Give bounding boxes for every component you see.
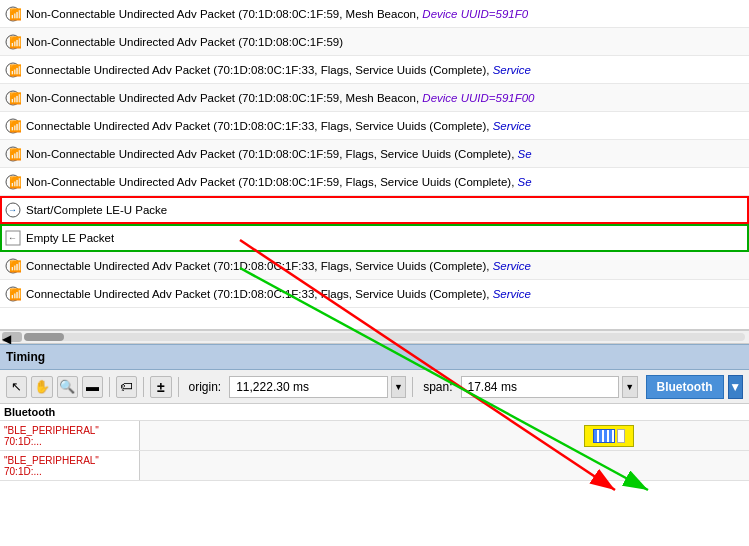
scroll-left-btn[interactable]: ◀ — [2, 332, 22, 342]
scrollbar-track[interactable] — [24, 333, 745, 341]
separator4 — [412, 377, 413, 397]
table-row[interactable]: 📶 Non-Connectable Undirected Adv Packet … — [0, 168, 749, 196]
packet-text: Non-Connectable Undirected Adv Packet (7… — [26, 36, 343, 48]
origin-input[interactable] — [229, 376, 388, 398]
separator3 — [178, 377, 179, 397]
packet-text: Non-Connectable Undirected Adv Packet (7… — [26, 148, 532, 160]
table-row[interactable]: 📶 Non-Connectable Undirected Adv Packet … — [0, 0, 749, 28]
span-dropdown[interactable]: ▼ — [622, 376, 637, 398]
svg-text:📶: 📶 — [9, 147, 21, 161]
packet-text: Non-Connectable Undirected Adv Packet (7… — [26, 92, 535, 104]
separator2 — [143, 377, 144, 397]
svg-text:←: ← — [8, 233, 17, 243]
svg-text:📶: 📶 — [9, 35, 21, 49]
tag-tool-button[interactable]: 🏷 — [116, 376, 137, 398]
bluetooth-icon: 📶 — [4, 61, 22, 79]
bluetooth-icon: 📶 — [4, 89, 22, 107]
table-row[interactable]: 📶 Connectable Undirected Adv Packet (70:… — [0, 252, 749, 280]
hand-tool-button[interactable]: ✋ — [31, 376, 52, 398]
packet-text: Connectable Undirected Adv Packet (70:1D… — [26, 260, 531, 272]
bluetooth-icon: 📶 — [4, 285, 22, 303]
svg-text:📶: 📶 — [9, 119, 21, 133]
packet-text: Connectable Undirected Adv Packet (70:1D… — [26, 64, 531, 76]
packet-text: Non-Connectable Undirected Adv Packet (7… — [26, 176, 532, 188]
device-label-text-1: "BLE_PERIPHERAL" 70:1D:... — [4, 425, 135, 447]
table-row[interactable]: 📶 Connectable Undirected Adv Packet (70:… — [0, 112, 749, 140]
span-label: span: — [423, 380, 452, 394]
table-row[interactable]: 📶 Connectable Undirected Adv Packet (70:… — [0, 56, 749, 84]
bluetooth-timeline-label: Bluetooth — [0, 404, 749, 421]
rect-tool-button[interactable]: ▬ — [82, 376, 103, 398]
bluetooth-icon: 📶 — [4, 257, 22, 275]
timeline-block-yellow — [584, 425, 634, 447]
origin-dropdown[interactable]: ▼ — [391, 376, 406, 398]
timeline-packet-1 — [593, 429, 615, 443]
bluetooth-left-arrow-icon: ← — [4, 229, 22, 247]
bluetooth-button[interactable]: Bluetooth — [646, 375, 724, 399]
timeline-area: Bluetooth "BLE_PERIPHERAL" 70:1D:... — [0, 404, 749, 546]
table-row[interactable]: 📶 Non-Connectable Undirected Adv Packet … — [0, 140, 749, 168]
svg-text:📶: 📶 — [9, 175, 21, 189]
timeline-packet-2 — [617, 429, 625, 443]
horizontal-scrollbar[interactable]: ◀ — [0, 330, 749, 344]
svg-text:📶: 📶 — [9, 259, 21, 273]
packet-text: Non-Connectable Undirected Adv Packet (7… — [26, 8, 528, 20]
bluetooth-icon: 📶 — [4, 5, 22, 23]
separator — [109, 377, 110, 397]
svg-text:📶: 📶 — [9, 63, 21, 77]
svg-text:📶: 📶 — [9, 91, 21, 105]
svg-text:📶: 📶 — [9, 7, 21, 21]
device-label-1: "BLE_PERIPHERAL" 70:1D:... — [0, 421, 140, 450]
packet-text: Connectable Undirected Adv Packet (70:1D… — [26, 288, 531, 300]
cursor-tool-button[interactable]: ↖ — [6, 376, 27, 398]
device-row-2: "BLE_PERIPHERAL" 70:1D:... — [0, 451, 749, 481]
bluetooth-icon: 📶 — [4, 117, 22, 135]
table-row[interactable]: → Start/Complete LE-U Packe — [0, 196, 749, 224]
start-complete-le-packet-text: Start/Complete LE-U Packe — [26, 204, 167, 216]
timing-label: Timing — [6, 350, 45, 364]
timing-bar: Timing — [0, 344, 749, 370]
device-rows: "BLE_PERIPHERAL" 70:1D:... "BLE_PERIPHER… — [0, 421, 749, 481]
scrollbar-thumb[interactable] — [24, 333, 64, 341]
empty-le-packet-text: Empty LE Packet — [26, 232, 114, 244]
table-row[interactable]: 📶 Connectable Undirected Adv Packet (70:… — [0, 280, 749, 308]
bluetooth-icon: 📶 — [4, 173, 22, 191]
table-row[interactable]: 📶 Non-Connectable Undirected Adv Packet … — [0, 28, 749, 56]
packet-list[interactable]: 📶 Non-Connectable Undirected Adv Packet … — [0, 0, 749, 330]
device-row-1: "BLE_PERIPHERAL" 70:1D:... — [0, 421, 749, 451]
device-label-text-2: "BLE_PERIPHERAL" 70:1D:... — [4, 455, 135, 477]
bluetooth-icon: 📶 — [4, 33, 22, 51]
device-timeline-2 — [140, 451, 749, 480]
zoom-tool-button[interactable]: 🔍 — [57, 376, 78, 398]
bluetooth-arrow-icon: → — [4, 201, 22, 219]
table-row[interactable]: ← Empty LE Packet — [0, 224, 749, 252]
table-row[interactable]: 📶 Non-Connectable Undirected Adv Packet … — [0, 84, 749, 112]
bluetooth-dropdown-arrow[interactable]: ▼ — [728, 375, 743, 399]
svg-text:→: → — [8, 205, 17, 215]
packet-text: Connectable Undirected Adv Packet (70:1D… — [26, 120, 531, 132]
device-timeline-1 — [140, 421, 749, 450]
device-label-2: "BLE_PERIPHERAL" 70:1D:... — [0, 451, 140, 480]
span-input[interactable] — [461, 376, 620, 398]
origin-label: origin: — [189, 380, 222, 394]
bluetooth-icon: 📶 — [4, 145, 22, 163]
toolbar: ↖ ✋ 🔍 ▬ 🏷 ± origin: ▼ span: ▼ Bluetooth … — [0, 370, 749, 404]
plus-minus-button[interactable]: ± — [150, 376, 171, 398]
svg-text:📶: 📶 — [9, 287, 21, 301]
